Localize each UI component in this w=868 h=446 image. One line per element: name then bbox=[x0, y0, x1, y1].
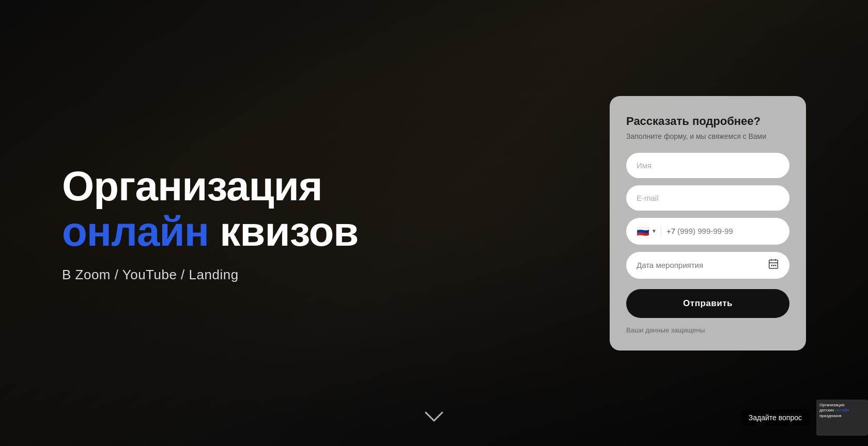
subtitle: В Zoom / YouTube / Landing bbox=[62, 267, 424, 283]
submit-button[interactable]: Отправить bbox=[626, 289, 789, 318]
title-normal: квизов bbox=[209, 209, 358, 254]
phone-wrapper: 🇷🇺 ▼ +7 bbox=[626, 218, 789, 245]
date-input[interactable] bbox=[637, 261, 768, 269]
russia-flag-icon: 🇷🇺 bbox=[637, 225, 649, 237]
svg-rect-5 bbox=[773, 265, 774, 266]
email-input[interactable] bbox=[626, 185, 789, 211]
chat-thumb-content: Организация детских онлайн праздников bbox=[819, 403, 865, 419]
chevron-down-icon: ▼ bbox=[652, 228, 657, 234]
hero-section: Организация онлайн квизов В Zoom / YouTu… bbox=[62, 164, 424, 283]
phone-input[interactable] bbox=[677, 227, 779, 235]
svg-rect-6 bbox=[775, 265, 777, 266]
date-wrapper bbox=[626, 252, 789, 279]
title-highlight: онлайн bbox=[62, 209, 209, 254]
calendar-icon bbox=[768, 258, 779, 272]
contact-form-card: Рассказать подробнее? Заполните форму, и… bbox=[610, 96, 806, 351]
page-container: Организация онлайн квизов В Zoom / YouTu… bbox=[0, 0, 868, 446]
name-input[interactable] bbox=[626, 153, 789, 178]
privacy-notice: Ваши данные защищены bbox=[626, 326, 789, 334]
chat-label[interactable]: Задайте вопрос bbox=[740, 409, 810, 426]
title-line1: Организация bbox=[62, 163, 322, 209]
country-selector[interactable]: 🇷🇺 ▼ bbox=[637, 225, 657, 237]
phone-divider bbox=[661, 226, 661, 236]
svg-rect-4 bbox=[771, 265, 772, 266]
form-subtitle: Заполните форму, и мы свяжемся с Вами bbox=[626, 132, 789, 140]
chat-thumbnail[interactable]: Организация детских онлайн праздников bbox=[816, 400, 868, 436]
form-title: Рассказать подробнее? bbox=[626, 115, 789, 128]
chat-widget[interactable]: Задайте вопрос Организация детских онлай… bbox=[740, 400, 868, 436]
main-title: Организация онлайн квизов bbox=[62, 164, 424, 254]
scroll-down-arrow[interactable] bbox=[425, 409, 443, 425]
svg-rect-0 bbox=[769, 260, 778, 269]
phone-prefix: +7 bbox=[667, 227, 675, 235]
